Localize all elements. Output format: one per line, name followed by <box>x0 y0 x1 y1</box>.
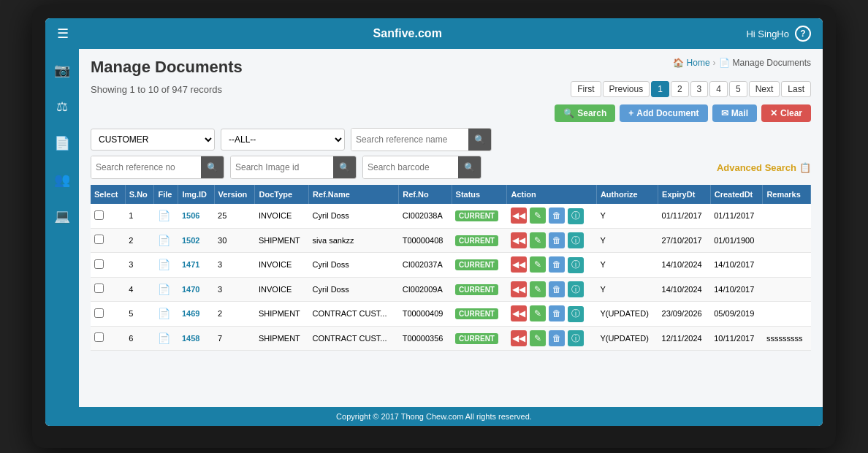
pagination-page-3[interactable]: 3 <box>690 81 709 97</box>
row-imgid[interactable]: 1471 <box>178 253 214 278</box>
action-delete-btn[interactable]: 🗑 <box>549 330 565 346</box>
sidebar-icon-monitor[interactable]: 💻 <box>50 204 75 229</box>
mail-button[interactable]: ✉ Mail <box>712 104 757 122</box>
row-action: ◀◀ ✎ 🗑 ⓘ <box>507 228 596 253</box>
ref-name-input[interactable] <box>351 129 468 151</box>
customer-select[interactable]: CUSTOMER <box>91 129 215 151</box>
table-row: 3 📄 1471 3 INVOICE Cyril Doss CI002037A … <box>91 253 811 278</box>
row-file[interactable]: 📄 <box>154 204 178 228</box>
top-navbar: ☰ Sanfive.com Hi SingHo ? <box>45 18 823 49</box>
row-imgid[interactable]: 1502 <box>178 228 214 253</box>
action-delete-btn[interactable]: 🗑 <box>549 232 565 248</box>
action-edit-btn[interactable]: ✎ <box>530 281 546 297</box>
row-version: 3 <box>214 253 255 278</box>
file-pdf-icon[interactable]: 📄 <box>158 259 170 270</box>
action-first-btn[interactable]: ◀◀ <box>511 281 527 297</box>
action-info-btn[interactable]: ⓘ <box>568 330 584 346</box>
row-select[interactable] <box>91 277 125 302</box>
action-info-btn[interactable]: ⓘ <box>568 306 584 322</box>
sidebar-icon-scan[interactable]: 📷 <box>50 58 75 83</box>
clear-button[interactable]: ✕ Clear <box>761 104 811 122</box>
row-select[interactable] <box>91 326 125 351</box>
sidebar-icon-users[interactable]: 👥 <box>50 167 75 192</box>
row-refno: T00000356 <box>399 326 452 351</box>
row-select[interactable] <box>91 253 125 278</box>
breadcrumb-home[interactable]: Home <box>687 58 710 68</box>
file-pdf-icon[interactable]: 📄 <box>158 235 170 246</box>
row-file[interactable]: 📄 <box>154 302 178 327</box>
action-delete-btn[interactable]: 🗑 <box>549 305 565 321</box>
table-row: 2 📄 1502 30 SHIPMENT siva sankzz T000004… <box>91 228 811 253</box>
action-edit-btn[interactable]: ✎ <box>530 256 546 273</box>
file-pdf-icon[interactable]: 📄 <box>158 308 170 319</box>
action-edit-btn[interactable]: ✎ <box>530 330 546 346</box>
img-id-search-btn[interactable]: 🔍 <box>333 156 356 178</box>
col-select: Select <box>91 185 125 204</box>
row-expiry: 14/10/2024 <box>658 253 711 278</box>
row-imgid[interactable]: 1469 <box>178 302 214 327</box>
action-info-btn[interactable]: ⓘ <box>568 232 584 248</box>
col-refname: Ref.Name <box>309 185 399 204</box>
row-select[interactable] <box>91 204 125 228</box>
all-select[interactable]: --ALL-- <box>221 129 345 151</box>
row-select[interactable] <box>91 302 125 327</box>
pagination-page-2[interactable]: 2 <box>671 81 689 97</box>
row-expiry: 23/09/2026 <box>658 302 711 327</box>
barcode-search-btn[interactable]: 🔍 <box>458 156 481 178</box>
advanced-search-link[interactable]: Advanced Search 📋 <box>717 162 811 173</box>
file-pdf-icon[interactable]: 📄 <box>158 283 170 295</box>
row-file[interactable]: 📄 <box>154 277 178 302</box>
sidebar-icon-docs[interactable]: 📄 <box>50 131 75 156</box>
row-imgid[interactable]: 1506 <box>178 204 214 228</box>
ref-name-search-btn[interactable]: 🔍 <box>468 129 491 151</box>
help-icon[interactable]: ? <box>795 26 811 42</box>
row-remarks <box>763 302 811 327</box>
add-icon: + <box>628 108 633 118</box>
hamburger-icon[interactable]: ☰ <box>57 26 69 42</box>
file-pdf-icon[interactable]: 📄 <box>158 332 170 344</box>
sidebar-icon-scale[interactable]: ⚖ <box>52 94 72 119</box>
pagination-next[interactable]: Next <box>749 81 780 97</box>
search-button[interactable]: 🔍 Search <box>555 104 615 122</box>
ref-no-input[interactable] <box>91 156 201 178</box>
action-first-btn[interactable]: ◀◀ <box>511 232 527 248</box>
row-select[interactable] <box>91 228 125 253</box>
row-status: CURRENT <box>452 253 507 278</box>
row-file[interactable]: 📄 <box>154 228 178 253</box>
row-authorize: Y(UPDATED) <box>596 326 658 351</box>
barcode-search-wrapper: 🔍 <box>362 156 481 179</box>
img-id-input[interactable] <box>231 156 333 178</box>
action-edit-btn[interactable]: ✎ <box>530 305 546 321</box>
action-info-btn[interactable]: ⓘ <box>568 208 584 224</box>
action-edit-btn[interactable]: ✎ <box>530 232 546 248</box>
pagination-last[interactable]: Last <box>781 81 811 97</box>
row-file[interactable]: 📄 <box>154 326 178 351</box>
col-doctype: DocType <box>255 185 309 204</box>
row-imgid[interactable]: 1470 <box>178 277 214 302</box>
pagination-previous[interactable]: Previous <box>603 81 650 97</box>
barcode-input[interactable] <box>363 156 458 178</box>
row-remarks <box>763 253 811 278</box>
row-refno: CI002009A <box>399 277 452 302</box>
content-header: Manage Documents 🏠 Home › 📄 Manage Docum… <box>91 58 811 77</box>
action-info-btn[interactable]: ⓘ <box>568 281 584 297</box>
pagination-page-4[interactable]: 4 <box>709 81 728 97</box>
action-first-btn[interactable]: ◀◀ <box>511 330 527 346</box>
action-first-btn[interactable]: ◀◀ <box>511 208 527 224</box>
action-delete-btn[interactable]: 🗑 <box>549 208 565 224</box>
action-delete-btn[interactable]: 🗑 <box>549 256 565 273</box>
action-edit-btn[interactable]: ✎ <box>530 208 546 224</box>
action-first-btn[interactable]: ◀◀ <box>511 305 527 321</box>
row-file[interactable]: 📄 <box>154 253 178 278</box>
row-imgid[interactable]: 1458 <box>178 326 214 351</box>
ref-no-search-btn[interactable]: 🔍 <box>201 156 224 178</box>
add-document-button[interactable]: + Add Document <box>620 104 707 122</box>
pagination-page-1[interactable]: 1 <box>651 81 669 97</box>
file-pdf-icon[interactable]: 📄 <box>158 210 170 221</box>
action-info-btn[interactable]: ⓘ <box>568 257 584 273</box>
action-delete-btn[interactable]: 🗑 <box>549 281 565 297</box>
pagination-first[interactable]: First <box>571 81 601 97</box>
row-sno: 4 <box>125 277 154 302</box>
pagination-page-5[interactable]: 5 <box>729 81 747 97</box>
action-first-btn[interactable]: ◀◀ <box>511 256 527 273</box>
